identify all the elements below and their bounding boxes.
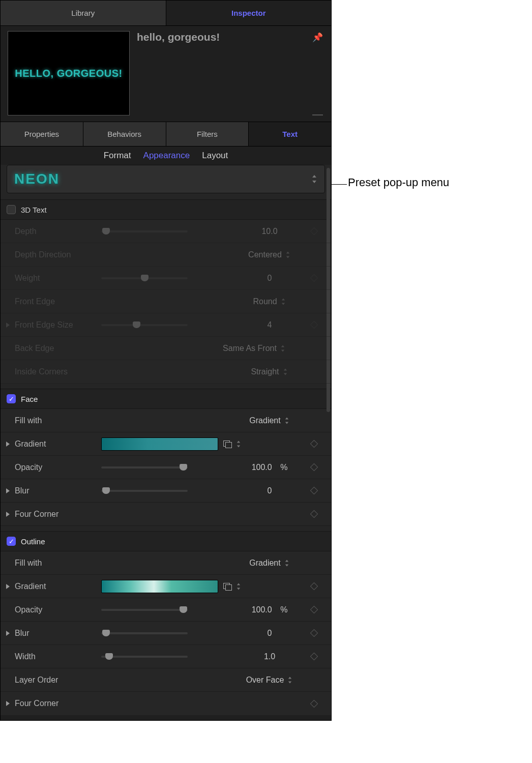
slider-weight[interactable] <box>101 277 188 279</box>
keyframe-outline-fourcorner[interactable] <box>310 699 318 708</box>
label-depth-direction: Depth Direction <box>15 250 101 259</box>
label-front-edge-size: Front Edge Size <box>15 320 101 330</box>
chevron-up-down-icon <box>280 345 285 351</box>
slider-outline-width[interactable] <box>101 656 188 658</box>
select-outline-fillwith[interactable]: Gradient <box>237 559 303 568</box>
group-face: ✓ Face Fill with Gradient Gradient <box>1 389 331 526</box>
row-outline-gradient: Gradient <box>1 575 331 598</box>
label-inside-corners: Inside Corners <box>15 367 101 376</box>
chevron-up-down-icon[interactable] <box>236 583 241 590</box>
group-title-outline: Outline <box>21 537 45 546</box>
disclosure-outline-fourcorner[interactable] <box>6 701 10 706</box>
select-back-edge[interactable]: Same As Front <box>206 344 303 353</box>
slider-face-blur[interactable] <box>101 490 188 492</box>
keyframe-face-opacity[interactable] <box>310 463 318 472</box>
subtab-layout[interactable]: Layout <box>202 151 228 161</box>
disclosure-face-fourcorner[interactable] <box>6 512 10 517</box>
value-depth[interactable]: 10.0 <box>237 227 303 236</box>
preview-area: HELLO, GORGEOUS! hello, gorgeous! 📌 <box>1 26 331 122</box>
gradient-preset-icon[interactable] <box>223 441 231 448</box>
chevron-up-down-icon <box>281 298 286 305</box>
disclosure-outline-gradient[interactable] <box>6 584 10 589</box>
checkbox-3d-text[interactable] <box>7 205 16 214</box>
row-inside-corners: Inside Corners Straight <box>1 360 331 384</box>
keyframe-front-edge-size[interactable] <box>310 321 318 329</box>
layer-title: hello, gorgeous! <box>130 31 310 115</box>
text-sub-tabs: Format Appearance Layout <box>1 146 331 165</box>
tab-behaviors[interactable]: Behaviors <box>83 122 166 146</box>
select-outline-layerorder[interactable]: Over Face <box>237 676 303 685</box>
scroll-area: NEON 3D Text Depth 10.0 Depth Direction … <box>1 165 331 715</box>
chevron-up-down-icon <box>283 368 288 375</box>
slider-front-edge-size[interactable] <box>101 324 188 326</box>
gradient-swatch-face[interactable] <box>101 437 218 451</box>
disclosure-front-edge-size[interactable] <box>6 322 10 328</box>
row-weight: Weight 0 <box>1 267 331 290</box>
disclosure-face-gradient[interactable] <box>6 442 10 447</box>
keyframe-weight[interactable] <box>310 274 318 282</box>
value-outline-width[interactable]: 1.0 <box>237 652 303 661</box>
label-face-fourcorner: Four Corner <box>15 510 101 519</box>
label-front-edge: Front Edge <box>15 297 101 306</box>
checkbox-outline[interactable]: ✓ <box>7 537 16 546</box>
gradient-swatch-outline[interactable] <box>101 580 218 593</box>
preset-popup[interactable]: NEON <box>7 165 325 193</box>
value-weight[interactable]: 0 <box>237 274 303 283</box>
tab-library[interactable]: Library <box>1 1 166 25</box>
group-title-face: Face <box>21 395 38 403</box>
keyframe-outline-opacity[interactable] <box>310 606 318 614</box>
group-3d-text: 3D Text Depth 10.0 Depth Direction Cente… <box>1 199 331 384</box>
label-outline-fourcorner: Four Corner <box>15 699 101 708</box>
callout-text: Preset pop-up menu <box>348 176 449 189</box>
slider-face-opacity[interactable] <box>101 466 188 468</box>
keyframe-face-gradient[interactable] <box>310 440 318 448</box>
slider-outline-opacity[interactable] <box>101 609 188 611</box>
keyframe-face-blur[interactable] <box>310 487 318 495</box>
tab-properties[interactable]: Properties <box>1 122 83 146</box>
select-face-fillwith[interactable]: Gradient <box>237 416 303 425</box>
label-face-gradient: Gradient <box>15 439 101 449</box>
row-front-edge-size: Front Edge Size 4 <box>1 313 331 337</box>
tab-inspector[interactable]: Inspector <box>166 1 332 25</box>
chevron-up-down-icon <box>284 417 289 424</box>
keyframe-outline-blur[interactable] <box>310 629 318 637</box>
select-front-edge[interactable]: Round <box>237 297 303 306</box>
keyframe-outline-gradient[interactable] <box>310 582 318 591</box>
chevron-up-down-icon[interactable] <box>236 441 241 447</box>
row-depth: Depth 10.0 <box>1 220 331 243</box>
keyframe-outline-width[interactable] <box>310 653 318 661</box>
value-face-blur[interactable]: 0 <box>237 486 303 495</box>
value-face-opacity[interactable]: 100.0 % <box>237 463 303 472</box>
keyframe-face-fourcorner[interactable] <box>310 510 318 518</box>
keyframe-depth[interactable] <box>310 227 318 236</box>
label-outline-layerorder: Layer Order <box>15 676 101 685</box>
slider-depth[interactable] <box>101 230 188 232</box>
subtab-appearance[interactable]: Appearance <box>143 151 190 161</box>
row-face-fourcorner: Four Corner <box>1 503 331 526</box>
label-outline-opacity: Opacity <box>15 605 101 614</box>
row-depth-direction: Depth Direction Centered <box>1 243 331 267</box>
disclosure-outline-blur[interactable] <box>6 631 10 636</box>
chevron-up-down-icon <box>311 175 317 183</box>
row-front-edge: Front Edge Round <box>1 290 331 313</box>
row-outline-fillwith: Fill with Gradient <box>1 551 331 575</box>
disclosure-face-blur[interactable] <box>6 488 10 493</box>
group-title-3d-text: 3D Text <box>21 206 47 214</box>
checkbox-face[interactable]: ✓ <box>7 394 16 403</box>
slider-outline-blur[interactable] <box>101 632 188 634</box>
row-outline-opacity: Opacity 100.0 % <box>1 598 331 622</box>
select-inside-corners[interactable]: Straight <box>237 367 303 376</box>
group-outline: ✓ Outline Fill with Gradient Gradient <box>1 531 331 715</box>
select-depth-direction[interactable]: Centered <box>237 250 303 259</box>
gradient-preset-icon[interactable] <box>223 583 231 590</box>
callout-line <box>332 184 347 185</box>
chevron-up-down-icon <box>285 251 290 258</box>
value-outline-blur[interactable]: 0 <box>237 629 303 638</box>
subtab-format[interactable]: Format <box>104 151 131 161</box>
tab-text[interactable]: Text <box>249 122 331 146</box>
tab-filters[interactable]: Filters <box>166 122 249 146</box>
value-outline-opacity[interactable]: 100.0 % <box>237 605 303 614</box>
pin-icon[interactable]: 📌 <box>312 33 323 115</box>
callout: Preset pop-up menu <box>332 0 449 189</box>
value-front-edge-size[interactable]: 4 <box>237 320 303 330</box>
